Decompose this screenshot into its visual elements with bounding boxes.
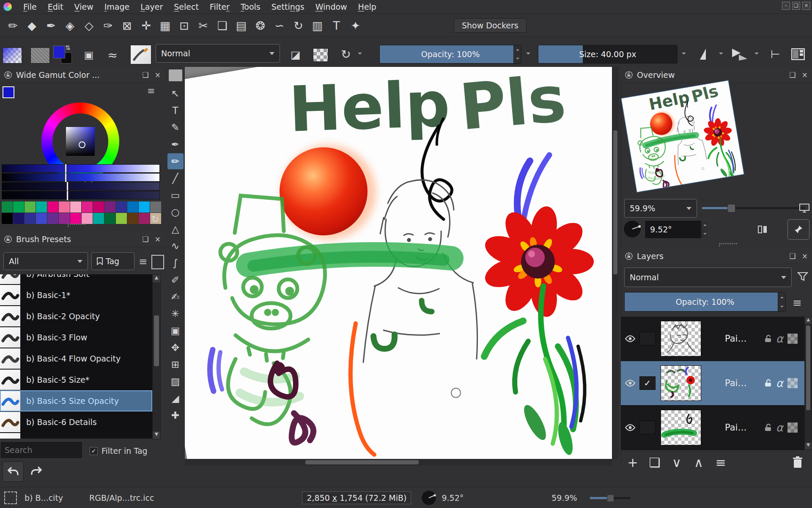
overview-zoom-select[interactable]: 59.9% bbox=[624, 199, 697, 218]
opacity-dropdown-icon[interactable] bbox=[526, 52, 530, 55]
show-dockers-button[interactable]: Show Dockers bbox=[454, 18, 527, 33]
palette-swatch[interactable] bbox=[127, 213, 138, 224]
layer-row-active[interactable]: ✓ Pai… α bbox=[621, 361, 804, 406]
swap-colors-icon[interactable]: ⇅ bbox=[65, 44, 71, 52]
brush-preset-chooser[interactable] bbox=[130, 45, 151, 64]
palette-swatch[interactable] bbox=[70, 202, 81, 213]
docker-lock-icon[interactable] bbox=[625, 252, 633, 260]
color-slider-2[interactable] bbox=[2, 173, 160, 182]
blending-mode-select[interactable]: Normal bbox=[156, 44, 280, 63]
delete-layer-button[interactable] bbox=[787, 453, 809, 472]
layer-opacity-slider[interactable]: Opacity: 100% bbox=[624, 292, 786, 312]
calligraphy-icon[interactable]: ✑ bbox=[99, 16, 118, 35]
overview-zoom-slider[interactable] bbox=[702, 207, 805, 209]
color-docker-menu-icon[interactable]: ≡ bbox=[147, 86, 155, 96]
tool-line[interactable]: ╱ bbox=[167, 170, 184, 186]
layer-blend-mode-select[interactable]: Normal bbox=[624, 268, 792, 287]
color-sampler-icon[interactable]: ✒ bbox=[41, 16, 60, 35]
opacity-slider[interactable]: Opacity: 100% bbox=[379, 45, 521, 64]
scroll-down-icon[interactable]: ▼ bbox=[153, 431, 160, 439]
opacity-spinners[interactable] bbox=[513, 45, 521, 63]
tool-multibrush[interactable]: ✳ bbox=[167, 306, 184, 322]
palette-swatch[interactable] bbox=[47, 202, 58, 213]
inherit-alpha-icon[interactable] bbox=[787, 334, 798, 344]
palette-swatch[interactable] bbox=[13, 213, 24, 224]
tool-polygon[interactable]: △ bbox=[167, 221, 184, 237]
mirror-view-icon[interactable]: ▥ bbox=[308, 16, 327, 35]
palette-swatch[interactable] bbox=[47, 213, 58, 224]
color-slider-1[interactable] bbox=[2, 164, 160, 173]
palette-swatch[interactable] bbox=[116, 213, 127, 224]
menu-window[interactable]: Window bbox=[310, 1, 353, 12]
tool-rectangle[interactable]: ▭ bbox=[167, 187, 184, 203]
tool-text[interactable]: T bbox=[167, 102, 184, 119]
cut-icon[interactable]: ✂ bbox=[194, 16, 213, 35]
tool-freehand-path[interactable]: ✐ bbox=[167, 272, 184, 288]
brush-preset-item[interactable]: b) Basic-4 Flow Opacity bbox=[0, 348, 152, 369]
filter-in-tag-control[interactable]: ✓ Filter in Tag bbox=[90, 446, 148, 456]
palette-swatch[interactable] bbox=[116, 202, 127, 213]
palette-swatch[interactable] bbox=[36, 213, 47, 224]
status-brush-name[interactable]: b) B...city bbox=[25, 493, 63, 502]
palette-swatch[interactable] bbox=[36, 202, 47, 213]
restore-button[interactable]: ❑ bbox=[792, 2, 800, 10]
color-slider-4[interactable] bbox=[2, 191, 160, 199]
layers-docker-header[interactable]: Layers ❑ × bbox=[621, 248, 812, 264]
rotation-spinners[interactable] bbox=[701, 221, 708, 238]
zoom-slider-knob[interactable] bbox=[727, 204, 735, 213]
reference-pin-icon[interactable]: ✦ bbox=[346, 16, 365, 35]
layer-thumbnail[interactable] bbox=[661, 321, 701, 356]
canvas-hscrollbar[interactable] bbox=[185, 459, 612, 466]
brush-preset-item[interactable]: b) Airbrush Soft bbox=[0, 274, 152, 284]
palette-swatch[interactable] bbox=[127, 202, 138, 213]
menu-filter[interactable]: Filter bbox=[204, 1, 235, 12]
size-slider[interactable]: Size: 40.00 px bbox=[538, 45, 678, 64]
close-docker-icon[interactable]: × bbox=[802, 71, 808, 79]
tool-calligraphy[interactable]: ✒ bbox=[167, 136, 184, 152]
mirror-vertical-icon[interactable] bbox=[728, 46, 751, 63]
inherit-alpha-icon[interactable] bbox=[787, 422, 798, 433]
fill-icon[interactable]: ◆ bbox=[22, 16, 41, 35]
palette-swatch[interactable] bbox=[59, 202, 70, 213]
tool-dynamic-brush[interactable]: ✍ bbox=[167, 289, 184, 305]
palette-swatch[interactable] bbox=[150, 202, 161, 213]
brush-docker-header[interactable]: Brush Presets ❑ × bbox=[0, 231, 165, 247]
layer-visibility-toggle[interactable] bbox=[621, 379, 639, 387]
size-dropdown-icon[interactable] bbox=[682, 52, 686, 55]
brush-preset-item[interactable]: b) Basic-1* bbox=[0, 284, 152, 306]
curve-icon[interactable]: ∽ bbox=[270, 16, 289, 35]
brush-preset-item[interactable]: b) Basic-5 Size* bbox=[0, 369, 152, 390]
layer-thumbnail[interactable] bbox=[661, 365, 701, 401]
tag-button[interactable]: Tag bbox=[91, 252, 134, 270]
brush-preset-item[interactable]: b) Basic-2 Opacity bbox=[0, 306, 152, 327]
add-layer-button[interactable]: + bbox=[622, 453, 644, 472]
text-tool-icon[interactable]: T bbox=[327, 16, 346, 35]
overview-docker-header[interactable]: Overview ❑ × bbox=[621, 67, 812, 83]
preserve-alpha-icon[interactable] bbox=[313, 48, 328, 62]
docker-lock-icon[interactable] bbox=[4, 235, 12, 243]
status-zoom-value[interactable]: 59.9% bbox=[551, 493, 577, 502]
alpha-lock-icon[interactable]: α bbox=[776, 377, 783, 389]
layer-properties-button[interactable]: ≡ bbox=[710, 453, 732, 472]
menu-layer[interactable]: Layer bbox=[135, 1, 168, 12]
mirror-overview-icon[interactable] bbox=[756, 224, 769, 235]
selection-mode-icon[interactable] bbox=[4, 491, 17, 504]
status-rotation-value[interactable]: 9.52° bbox=[442, 493, 464, 502]
close-docker-icon[interactable]: × bbox=[155, 235, 161, 243]
layer-list-scrollbar[interactable]: ▲ ▼ bbox=[804, 317, 812, 450]
menu-select[interactable]: Select bbox=[168, 1, 204, 12]
menu-settings[interactable]: Settings bbox=[266, 1, 310, 12]
tool-bezier[interactable]: ∫ bbox=[167, 255, 184, 271]
docker-splitter-grip[interactable] bbox=[719, 243, 738, 246]
status-image-dimensions[interactable]: 2,850 x 1,754 (72.2 MiB) bbox=[302, 491, 411, 504]
brush-preset-item[interactable]: b) Basic-3 Flow bbox=[0, 327, 152, 348]
mirror-v-dropdown-icon[interactable] bbox=[754, 52, 759, 55]
eraser-icon[interactable]: ◈ bbox=[60, 16, 80, 35]
pattern-icon[interactable]: ❂ bbox=[251, 16, 270, 35]
mirror-horizontal-icon[interactable] bbox=[695, 46, 716, 63]
menu-edit[interactable]: Edit bbox=[42, 1, 69, 12]
current-color-swatch[interactable] bbox=[3, 86, 14, 98]
palette-swatch[interactable] bbox=[104, 202, 115, 213]
eraser-mode-icon[interactable]: ◪ bbox=[287, 47, 304, 63]
layer-select-box[interactable] bbox=[639, 332, 656, 345]
